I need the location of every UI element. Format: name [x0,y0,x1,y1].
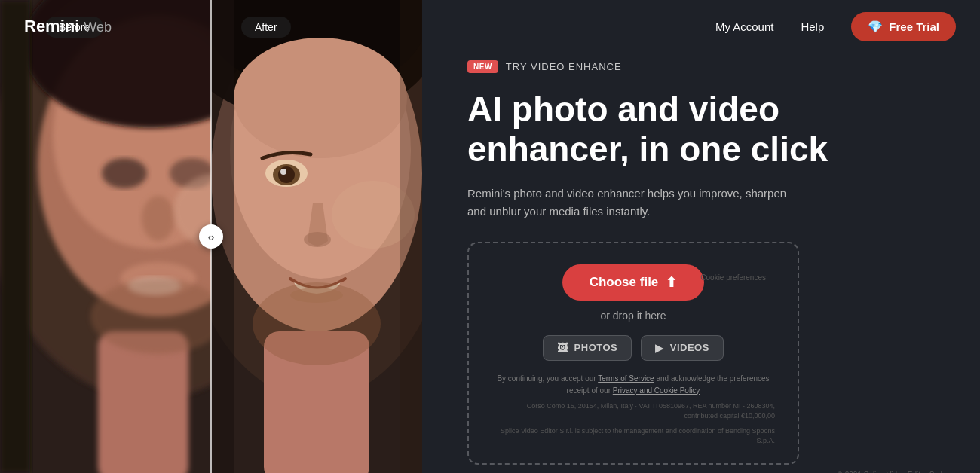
before-side [0,0,211,473]
svg-point-6 [102,158,147,188]
terms-link[interactable]: Terms of Service [598,374,654,383]
before-face-svg [0,0,211,473]
svg-point-20 [234,38,407,158]
headline-line2: enhancer, in one click [467,130,828,169]
photos-label: PHOTOS [574,342,618,353]
logo-web: Web [84,20,112,35]
company-info2: Splice Video Editor S.r.l. is subject to… [492,426,775,447]
photos-icon: 🖼 [557,342,568,354]
before-after-panel: ‹› Before After [0,0,422,473]
videos-icon: ▶ [655,342,664,354]
after-face-svg [211,0,422,473]
free-trial-label: Free Trial [889,20,939,33]
headline-line1: AI photo and video [467,90,779,129]
drop-text: or drop it here [492,310,775,322]
content-panel: NEW TRY VIDEO ENHANCE AI photo and video… [422,0,980,473]
logo: Remini Web [24,17,112,36]
subtext: Remini's photo and video enhancer helps … [467,185,792,221]
after-side [211,0,422,473]
svg-point-28 [253,282,381,365]
svg-point-24 [278,166,295,183]
choose-file-label: Choose file [590,275,659,290]
choose-file-button[interactable]: Choose file ⬆ [562,264,705,301]
free-trial-button[interactable]: 💎 Free Trial [851,12,956,41]
logo-remini: Remini [24,17,79,36]
divider-handle[interactable]: ‹› [199,224,223,249]
videos-tab[interactable]: ▶ VIDEOS [641,335,724,361]
photos-tab[interactable]: 🖼 PHOTOS [543,335,632,361]
upload-box: Cookie preferences Choose file ⬆ or drop… [467,242,799,465]
media-tabs: 🖼 PHOTOS ▶ VIDEOS [492,335,775,361]
videos-label: VIDEOS [670,342,709,353]
svg-point-25 [280,169,286,175]
company-info: Corso Como 15, 20154, Milan, Italy · VAT… [492,401,775,422]
header: Remini Web My Account Help 💎 Free Trial [0,0,980,53]
my-account-link[interactable]: My Account [715,20,774,33]
new-badge-row: NEW TRY VIDEO ENHANCE [467,60,942,73]
svg-point-8 [142,196,175,241]
upload-icon: ⬆ [666,274,677,291]
svg-rect-13 [0,0,30,473]
cookie-preferences[interactable]: Cookie preferences [700,273,766,282]
legal-text: By continuing, you accept our Terms of S… [492,373,775,397]
main-layout: ‹› Before After NEW TRY VIDEO ENHANCE AI… [0,0,980,473]
svg-point-26 [304,232,331,247]
try-video-text[interactable]: TRY VIDEO ENHANCE [506,61,622,72]
gem-icon: 💎 [868,20,883,34]
help-link[interactable]: Help [801,20,824,33]
svg-rect-31 [400,0,422,473]
headline: AI photo and video enhancer, in one clic… [467,90,942,169]
privacy-link[interactable]: Privacy and Cookie Policy [613,386,700,395]
header-nav: My Account Help 💎 Free Trial [715,12,956,41]
new-badge: NEW [467,60,498,73]
